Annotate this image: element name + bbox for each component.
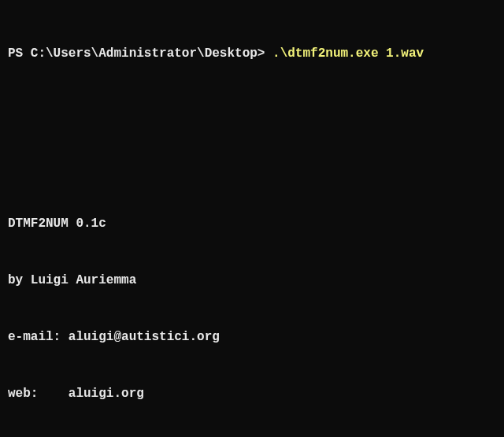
shell-prompt: PS C:\Users\Administrator\Desktop> xyxy=(8,46,272,61)
program-web: web: aluigi.org xyxy=(8,384,496,403)
program-author: by Luigi Auriemma xyxy=(8,271,496,290)
terminal-window[interactable]: PS C:\Users\Administrator\Desktop> .\dtm… xyxy=(0,0,504,437)
program-email: e-mail: aluigi@autistici.org xyxy=(8,328,496,346)
shell-command: .\dtmf2num.exe 1.wav xyxy=(272,46,424,61)
blank-line xyxy=(8,157,496,176)
blank-line xyxy=(8,101,496,120)
prompt-line: PS C:\Users\Administrator\Desktop> .\dtm… xyxy=(8,44,496,63)
program-title: DTMF2NUM 0.1c xyxy=(8,214,496,233)
